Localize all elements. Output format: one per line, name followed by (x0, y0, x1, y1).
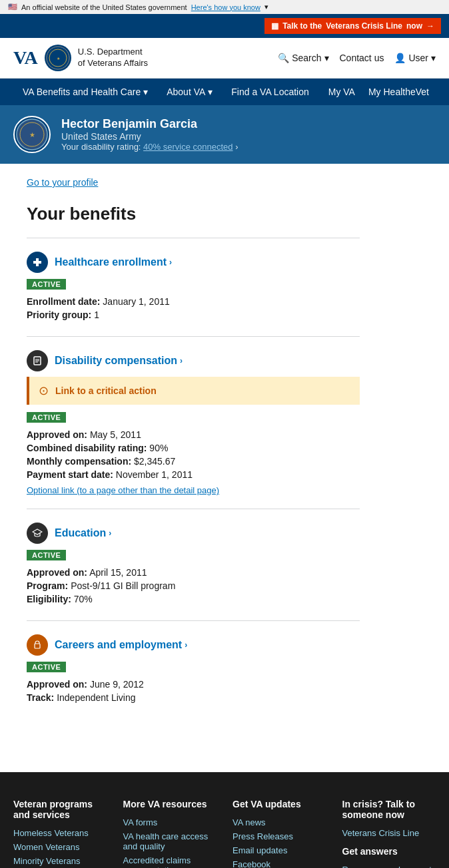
footer-link-minority-veterans[interactable]: Minority Veterans (13, 856, 107, 866)
svg-marker-12 (33, 529, 42, 535)
crisis-icon: ▦ (271, 21, 278, 31)
search-icon: 🔍 (278, 53, 289, 63)
healthcare-chevron: › (169, 258, 172, 267)
footer-link-health-care-access[interactable]: VA health care access and quality (123, 831, 217, 851)
disability-icon (27, 350, 48, 371)
disability-combined-label: Combined disability rating: (27, 443, 147, 453)
footer-answers-heading: Get answers (342, 846, 436, 857)
critical-link-icon: ⊙ (39, 383, 49, 398)
careers-icon (27, 634, 48, 656)
healthcare-icon (27, 252, 48, 273)
footer-link-facebook[interactable]: Facebook (232, 859, 326, 868)
contact-link[interactable]: Contact us (340, 53, 384, 63)
footer-grid: Veteran programs and services Homeless V… (13, 799, 436, 868)
education-chevron: › (109, 529, 111, 538)
main-navigation: VA Benefits and Health Care ▾ About VA ▾… (0, 79, 449, 105)
nav-right: My VA My HealtheVet (322, 79, 436, 105)
education-status-badge: ACTIVE (27, 550, 66, 560)
education-icon (27, 523, 48, 544)
nav-item-find-location[interactable]: Find a VA Location (222, 79, 318, 105)
footer-col2-heading: More VA resources (123, 799, 217, 809)
careers-title-text: Careers and employment (55, 639, 182, 651)
search-label: Search (292, 53, 321, 63)
nav-benefits-label: VA Benefits and Health Care (23, 87, 141, 97)
svg-rect-7 (33, 261, 41, 264)
careers-track: Track: Independent Living (27, 692, 360, 703)
healthcare-priority-group-label: Priority group: (27, 310, 91, 320)
education-approved-label: Approved on: (27, 567, 87, 578)
careers-status-badge: ACTIVE (27, 662, 66, 672)
main-content: Go to your profile Your benefits Healthc… (0, 164, 386, 746)
footer-link-email-updates[interactable]: Email updates (232, 845, 326, 855)
footer-link-homeless-veterans[interactable]: Homeless Veterans (13, 828, 107, 838)
crisis-talk-label: Talk to the (282, 21, 322, 31)
footer-link-press-releases[interactable]: Press Releases (232, 831, 326, 841)
healthcare-priority-group-value: 1 (94, 310, 99, 320)
disability-approved-label: Approved on: (27, 429, 87, 440)
careers-title-link[interactable]: Careers and employment › (55, 639, 187, 651)
careers-track-value: Independent Living (57, 692, 135, 703)
critical-link-text: Link to a critical action (55, 385, 157, 396)
flag-icon: 🇺🇸 (8, 3, 17, 11)
education-eligibility-value: 70% (74, 594, 93, 604)
healthcare-enrollment-date-value: January 1, 2011 (103, 296, 169, 307)
education-title-link[interactable]: Education › (55, 527, 111, 539)
footer-link-va-news[interactable]: VA news (232, 817, 326, 827)
dept-name: U.S. Department of Veterans Affairs (78, 47, 148, 69)
rating-arrow: › (235, 142, 238, 152)
svg-rect-13 (35, 644, 40, 648)
disability-approved-on: Approved on: May 5, 2011 (27, 429, 360, 440)
nav-item-my-va[interactable]: My VA (322, 79, 362, 105)
disability-optional-link[interactable]: Optional link (to a page other than the … (27, 485, 360, 495)
healthcare-title-link[interactable]: Healthcare enrollment › (55, 256, 172, 268)
nav-item-about[interactable]: About VA ▾ (157, 79, 222, 105)
user-menu-button[interactable]: 👤 User ▾ (394, 53, 436, 63)
profile-rating: Your disability rating: 40% service conn… (61, 142, 238, 152)
crisis-line-button[interactable]: ▦ Talk to the Veterans Crisis Line now → (264, 18, 441, 34)
heres-how-link[interactable]: Here's how you know (191, 3, 260, 11)
education-program-label: Program: (27, 580, 68, 591)
nav-item-my-healthevet[interactable]: My HealtheVet (362, 79, 436, 105)
benefit-header-careers: Careers and employment › (27, 634, 360, 656)
footer-crisis-link[interactable]: Veterans Crisis Line (342, 828, 436, 838)
education-approved-on: Approved on: April 15, 2011 (27, 567, 360, 578)
education-program-value: Post-9/11 GI Bill program (71, 580, 175, 591)
disability-payment-start: Payment start date: November 1, 2011 (27, 469, 360, 480)
search-button[interactable]: 🔍 Search ▾ (278, 53, 328, 63)
nav-left: VA Benefits and Health Care ▾ About VA ▾… (13, 79, 318, 105)
rating-text: Your disability rating: (61, 142, 141, 152)
careers-track-label: Track: (27, 692, 54, 703)
footer-link-women-veterans[interactable]: Women Veterans (13, 842, 107, 852)
footer-resources-link[interactable]: Resources and support (342, 865, 436, 868)
dropdown-chevron: ▾ (264, 3, 268, 11)
nav-about-label: About VA (167, 87, 205, 97)
disability-monthly-label: Monthly compensation: (27, 456, 131, 467)
disability-title-link[interactable]: Disability compensation › (55, 355, 183, 367)
profile-seal-icon: ★ (13, 116, 51, 153)
user-icon: 👤 (394, 53, 406, 63)
nav-item-benefits-health[interactable]: VA Benefits and Health Care ▾ (13, 79, 157, 105)
careers-approved-value: June 9, 2012 (90, 679, 144, 690)
go-to-profile-link[interactable]: Go to your profile (27, 177, 360, 188)
critical-link-box[interactable]: ⊙ Link to a critical action (27, 377, 360, 405)
disability-chevron: › (180, 356, 183, 365)
va-seal: ★ (45, 45, 71, 71)
rating-link[interactable]: 40% service connected (143, 142, 232, 152)
disability-combined-value: 90% (149, 443, 168, 453)
benefit-header-disability: Disability compensation › (27, 350, 360, 371)
disability-status-badge: ACTIVE (27, 412, 66, 423)
careers-chevron: › (185, 640, 187, 650)
disability-title-text: Disability compensation (55, 355, 177, 367)
footer-link-va-forms[interactable]: VA forms (123, 817, 217, 827)
disability-payment-value: November 1, 2011 (116, 469, 193, 480)
footer-crisis-heading: In crisis? Talk to someone now (342, 799, 436, 820)
footer-col-veteran-programs: Veteran programs and services Homeless V… (13, 799, 107, 868)
footer-col3-heading: Get VA updates (232, 799, 326, 809)
healthcare-title-text: Healthcare enrollment (55, 256, 167, 268)
disability-combined-rating: Combined disability rating: 90% (27, 443, 360, 453)
footer-col-va-updates: Get VA updates VA news Press Releases Em… (232, 799, 326, 868)
education-eligibility-label: Eligibility: (27, 594, 71, 604)
footer-link-claims-reps[interactable]: Accredited claims representatives (123, 855, 217, 868)
disability-payment-label: Payment start date: (27, 469, 113, 480)
benefit-card-education: Education › ACTIVE Approved on: April 15… (27, 509, 360, 620)
